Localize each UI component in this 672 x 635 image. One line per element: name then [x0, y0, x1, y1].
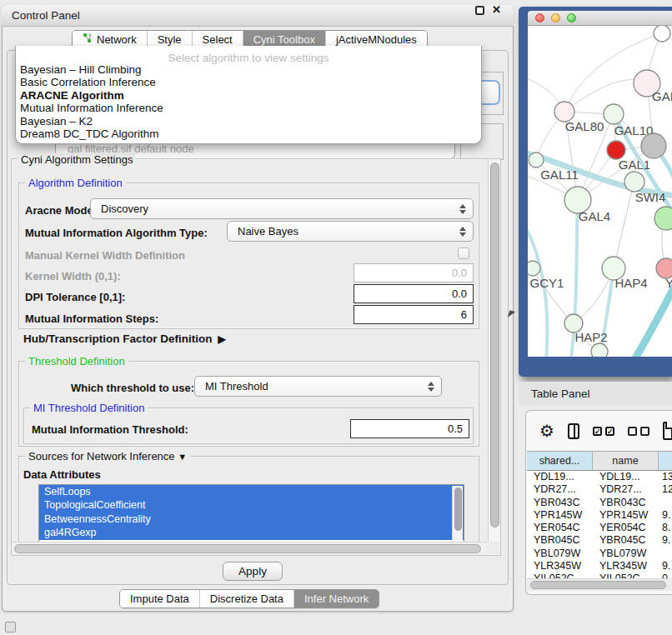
minimize-traffic-light-icon[interactable] [551, 13, 560, 22]
restore-icon[interactable] [475, 6, 484, 15]
table-cell: 12 [659, 483, 672, 496]
attribute-item-selfloops[interactable]: SelfLoops [39, 485, 464, 498]
dpi-tolerance-label: DPI Tolerance [0,1]: [25, 291, 125, 303]
mi-steps-input[interactable]: 6 [354, 305, 474, 324]
mi-algorithm-type-select[interactable]: Naive Bayes [227, 221, 474, 242]
hub-definition-expander[interactable]: Hub/Transcription Factor Definition ▶ [23, 332, 226, 345]
table-row[interactable]: YDR27...YDR27...12 [527, 483, 672, 496]
network-window-titlebar[interactable] [528, 11, 672, 26]
table-panel-title: Table Panel [531, 388, 590, 400]
data-attributes-label: Data Attributes [23, 468, 101, 481]
bottom-tab-infer-network[interactable]: Infer Network [293, 590, 379, 608]
table-cell: YBL079W [527, 548, 593, 560]
table-cell: YBR043C [593, 497, 659, 509]
network-canvas[interactable]: GALGAL80GAL10GAL1GAL11SWI4GAL4GCY1HAP4YH… [528, 26, 672, 357]
kernel-width-label: Kernel Width (0,1): [25, 270, 121, 282]
gear-icon[interactable]: ⚙ [539, 422, 554, 439]
kernel-width-input[interactable]: 0.0 [354, 263, 474, 282]
node-label: GAL80 [565, 119, 604, 133]
data-attributes-list[interactable]: SelfLoopsTopologicalCoefficientBetweenne… [38, 484, 464, 542]
application: Control Panel ✕ NetworkStyleSelectCyni T… [0, 0, 672, 635]
manual-kernel-label: Manual Kernel Width Definition [25, 249, 185, 262]
algorithm-dropdown-popup: Select algorithm to view settings Bayesi… [15, 46, 482, 144]
column-header-name[interactable]: name [593, 452, 659, 470]
mi-threshold-input[interactable]: 0.5 [350, 419, 469, 438]
node-label: GAL [652, 89, 672, 103]
table-row[interactable]: YPR145WYPR145W9. [527, 509, 672, 522]
network-node[interactable] [654, 26, 670, 42]
table-cell: YPR145W [527, 509, 593, 522]
document-icon[interactable] [663, 422, 672, 440]
minimized-panel-icon[interactable] [5, 622, 16, 632]
network-node-gal1[interactable] [607, 141, 625, 159]
bottom-tab-impute-data[interactable]: Impute Data [120, 590, 199, 608]
deselect-all-checkboxes-icon[interactable] [628, 427, 649, 436]
network-node-swi4[interactable] [624, 172, 644, 192]
manual-kernel-checkbox[interactable] [458, 248, 469, 259]
dropdown-item-dream8-dc-tdc-algorithm[interactable]: Dream8 DC_TDC Algorithm [16, 128, 481, 140]
aracne-mode-label: Aracne Mode: [25, 204, 97, 217]
bottom-tab-label: Discretize Data [210, 590, 283, 608]
mi-threshold-group-title: MI Threshold Definition [30, 402, 148, 414]
network-node-gal10[interactable] [604, 104, 624, 124]
table-row[interactable]: YBL079WYBL079W [527, 548, 672, 560]
attribute-item-gal4rgexp[interactable]: gal4RGexp [39, 526, 464, 539]
list-scrollbar[interactable] [452, 486, 463, 541]
dropdown-item-basic-correlation-inference[interactable]: Basic Correlation Inference [16, 76, 481, 88]
dropdown-item-bayesian-hill-climbing[interactable]: Bayesian – Hill Climbing [16, 63, 481, 76]
network-node-gal11[interactable] [529, 152, 544, 168]
stepper-icon [428, 382, 434, 392]
dropdown-item-mutual-information-inference[interactable]: Mutual Information Inference [16, 102, 481, 114]
network-node[interactable] [654, 207, 672, 230]
close-traffic-light-icon[interactable] [535, 13, 544, 22]
table-panel-header[interactable]: Table Panel [519, 382, 672, 405]
attribute-item-topologicalcoefficient[interactable]: TopologicalCoefficient [39, 498, 464, 512]
node-table: shared...name YDL19...YDL19...13YDR27...… [527, 451, 672, 586]
close-icon[interactable]: ✕ [492, 3, 501, 16]
node-label: GCY1 [530, 276, 564, 290]
hub-expander-label: Hub/Transcription Factor Definition [23, 332, 213, 345]
table-cell: 9. [659, 509, 672, 522]
table-cell: 8. [659, 522, 672, 534]
attribute-item-betweennesscentrality[interactable]: BetweennessCentrality [39, 512, 464, 526]
which-threshold-select[interactable]: MI Threshold [194, 376, 442, 397]
table-cell: YBR045C [593, 534, 659, 547]
threshold-definition-title: Threshold Definition [25, 355, 128, 368]
dropdown-item-list: Bayesian – Hill ClimbingBasic Correlatio… [16, 63, 481, 140]
window-title: Control Panel [2, 9, 80, 22]
zoom-traffic-light-icon[interactable] [567, 13, 576, 22]
apply-button[interactable]: Apply [223, 562, 283, 581]
table-row[interactable]: YDL19...YDL19...13 [527, 471, 672, 483]
column-header-clipped[interactable] [659, 452, 672, 470]
settings-vertical-scrollbar[interactable] [488, 159, 500, 542]
table-row[interactable]: YLR345WYLR345W9. [527, 560, 672, 572]
network-node[interactable] [641, 133, 666, 158]
table-body: YDL19...YDL19...13YDR27...YDR27...12YBR0… [527, 471, 672, 586]
table-cell: YBL079W [593, 548, 659, 560]
which-threshold-label: Which threshold to use: [71, 382, 194, 394]
dropdown-item-bayesian-k2[interactable]: Bayesian – K2 [16, 115, 481, 128]
network-node[interactable] [591, 343, 608, 357]
table-row[interactable]: YER054CYER054C8. [527, 522, 672, 534]
stepper-icon [459, 204, 466, 214]
table-horizontal-scrollbar[interactable] [527, 578, 672, 591]
dropdown-item-aracne-algorithm[interactable]: ARACNE Algorithm [16, 89, 481, 102]
select-all-checkboxes-icon[interactable]: ✓✓ [593, 427, 614, 436]
node-label: GAL11 [540, 168, 579, 182]
table-row[interactable]: YBR045CYBR045C9. [527, 534, 672, 547]
aracne-mode-select[interactable]: Discovery [90, 198, 474, 219]
settings-horizontal-scrollbar[interactable] [12, 542, 487, 555]
table-row[interactable]: YBR043CYBR043C [527, 497, 672, 509]
bottom-tab-discretize-data[interactable]: Discretize Data [199, 590, 293, 608]
table-panel: ⚙ ✓✓ shared...name YDL19...YDL19...13YDR… [525, 410, 672, 595]
dpi-tolerance-input[interactable]: 0.0 [354, 284, 474, 303]
column-header-shared[interactable]: shared... [527, 452, 593, 470]
control-panel-titlebar[interactable]: Control Panel [2, 5, 514, 27]
bottom-tab-label: Infer Network [304, 590, 369, 608]
network-node-gcy1[interactable] [528, 261, 540, 276]
columns-icon[interactable] [568, 423, 579, 439]
settings-panel-title: Cyni Algorithm Settings [18, 153, 136, 166]
sources-group-title[interactable]: Sources for Network Inference ▼ [25, 450, 190, 462]
table-header-row: shared...name [527, 451, 672, 471]
mi-threshold-label: Mutual Information Threshold: [32, 423, 188, 436]
